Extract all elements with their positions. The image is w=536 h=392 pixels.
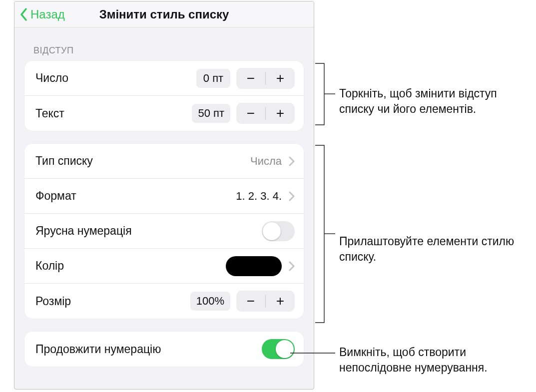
size-value[interactable]: 100% [190, 292, 230, 311]
chevron-right-icon [289, 261, 295, 271]
chevron-left-icon [19, 7, 28, 21]
indent-text-stepper: − + [236, 103, 295, 124]
list-type-value: Числа [250, 155, 282, 168]
panel-header: Назад Змінити стиль списку [14, 1, 314, 27]
size-row: Розмір 100% − + [24, 284, 304, 319]
indent-group: Число 0 пт − + Текст 50 пт − + [24, 61, 304, 131]
tiered-numbering-row: Ярусна нумерація [24, 214, 304, 249]
indent-text-label: Текст [35, 107, 192, 120]
tiered-numbering-label: Ярусна нумерація [35, 224, 262, 238]
continue-numbering-row: Продовжити нумерацію [24, 332, 304, 367]
indent-number-plus-button[interactable]: + [266, 68, 295, 89]
tiered-numbering-toggle[interactable] [262, 221, 295, 241]
annotations: Торкніть, щоб змінити відступ списку чи … [315, 0, 525, 390]
back-button[interactable]: Назад [14, 7, 65, 21]
style-group: Тип списку Числа Формат 1. 2. 3. 4. Ярус… [24, 144, 304, 319]
continue-group: Продовжити нумерацію [24, 332, 304, 367]
indent-number-value[interactable]: 0 пт [196, 69, 230, 88]
indent-number-label: Число [35, 71, 196, 85]
size-plus-button[interactable]: + [266, 291, 295, 312]
callout-continue: Вимкніть, щоб створити непослідовне нуме… [339, 345, 529, 376]
indent-number-row: Число 0 пт − + [24, 61, 304, 96]
color-row[interactable]: Колір [24, 249, 304, 284]
panel-body: ВІДСТУП Число 0 пт − + Текст 50 пт − + [14, 27, 314, 390]
format-value: 1. 2. 3. 4. [236, 190, 282, 203]
size-label: Розмір [35, 295, 190, 308]
format-label: Формат [35, 189, 236, 203]
continue-numbering-label: Продовжити нумерацію [35, 343, 262, 356]
color-label: Колір [35, 259, 226, 273]
size-minus-button[interactable]: − [236, 291, 265, 312]
indent-text-row: Текст 50 пт − + [24, 96, 304, 131]
indent-text-value[interactable]: 50 пт [192, 104, 230, 123]
continue-numbering-toggle[interactable] [262, 339, 295, 359]
indent-text-minus-button[interactable]: − [236, 103, 265, 124]
list-type-label: Тип списку [35, 154, 250, 168]
callout-indent: Торкніть, щоб змінити відступ списку чи … [339, 86, 529, 117]
back-label: Назад [30, 7, 65, 21]
list-type-row[interactable]: Тип списку Числа [24, 144, 304, 179]
chevron-right-icon [289, 191, 295, 201]
callout-style: Прилаштовуйте елементи стилю списку. [339, 234, 529, 265]
color-swatch [226, 256, 282, 276]
format-row[interactable]: Формат 1. 2. 3. 4. [24, 179, 304, 214]
size-stepper: − + [236, 291, 295, 312]
indent-number-minus-button[interactable]: − [236, 68, 265, 89]
list-style-panel: Назад Змінити стиль списку ВІДСТУП Число… [14, 1, 314, 390]
indent-section-label: ВІДСТУП [24, 32, 304, 61]
indent-text-plus-button[interactable]: + [266, 103, 295, 124]
indent-number-stepper: − + [236, 68, 295, 89]
chevron-right-icon [289, 156, 295, 166]
